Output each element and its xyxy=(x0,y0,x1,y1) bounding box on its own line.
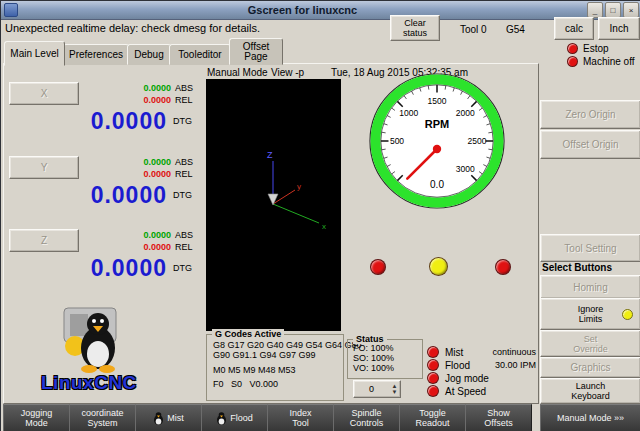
zero-origin-button[interactable]: Zero Origin xyxy=(540,100,640,129)
coordinate-system-button[interactable]: coordinate System xyxy=(69,404,136,431)
show-offsets-button[interactable]: Show Offsets xyxy=(465,404,532,431)
graphics-button[interactable]: Graphics xyxy=(540,357,640,378)
launch-keyboard-button[interactable]: Launch Keyboard xyxy=(540,378,640,404)
offset-origin-button[interactable]: Offset Origin xyxy=(540,130,640,159)
machine-off-led xyxy=(567,56,578,67)
close-button[interactable]: × xyxy=(623,2,639,18)
flood-button-label: Flood xyxy=(230,413,253,423)
homing-button[interactable]: Homing xyxy=(540,275,640,299)
statusbar-message: Unexpected realtime delay: check dmesg f… xyxy=(5,22,260,34)
tool-number-label: Tool 0 xyxy=(460,24,487,35)
ignore-limits-label: Ignore Limits xyxy=(578,304,604,324)
toggle-readout-button[interactable]: Toggle Readout xyxy=(399,404,466,431)
penguin-icon xyxy=(216,412,227,425)
tab-preferences[interactable]: Preferences xyxy=(63,44,129,65)
ignore-limits-led xyxy=(622,309,633,320)
calc-button[interactable]: calc xyxy=(554,17,594,40)
spindle-controls-button[interactable]: Spindle Controls xyxy=(333,404,400,431)
tab-offset-page[interactable]: Offset Page xyxy=(229,38,283,65)
clear-status-button[interactable]: Clear status xyxy=(390,15,440,41)
set-override-button[interactable]: Set Override xyxy=(540,330,640,357)
mist-button[interactable]: Mist xyxy=(135,404,202,431)
jogging-mode-button[interactable]: Jogging Mode xyxy=(3,404,70,431)
maximize-button[interactable]: □ xyxy=(605,2,621,18)
titlebar: Gscreen for linuxcnc _ □ × xyxy=(1,1,640,20)
window-title: Gscreen for linuxcnc xyxy=(18,4,587,16)
minimize-button[interactable]: _ xyxy=(587,2,603,18)
select-buttons-label: Select Buttons xyxy=(542,262,612,273)
window-menu-icon[interactable] xyxy=(4,3,18,17)
ignore-limits-button[interactable]: Ignore Limits xyxy=(540,298,640,330)
mist-button-label: Mist xyxy=(167,413,184,423)
tab-main-level[interactable]: Main Level xyxy=(4,41,65,66)
estop-radio[interactable]: Estop xyxy=(540,42,640,54)
flood-button[interactable]: Flood xyxy=(201,404,268,431)
coordinate-system-label: G54 xyxy=(506,24,525,35)
manual-mode-button[interactable]: Manual Mode »» xyxy=(540,404,640,431)
machine-off-radio[interactable]: Machine off xyxy=(540,55,640,67)
index-tool-button[interactable]: Index Tool xyxy=(267,404,334,431)
estop-label: Estop xyxy=(583,43,609,54)
main-page xyxy=(3,63,539,404)
tab-tooleditor[interactable]: Tooleditor xyxy=(169,44,231,65)
machine-off-label: Machine off xyxy=(583,56,635,67)
tab-debug[interactable]: Debug xyxy=(127,44,171,65)
penguin-icon xyxy=(153,412,164,425)
units-button[interactable]: Inch xyxy=(598,17,640,40)
estop-led xyxy=(567,43,578,54)
tool-setting-button[interactable]: Tool Setting xyxy=(540,234,640,262)
gscreen-window: Gscreen for linuxcnc _ □ × Unexpected re… xyxy=(0,0,640,431)
